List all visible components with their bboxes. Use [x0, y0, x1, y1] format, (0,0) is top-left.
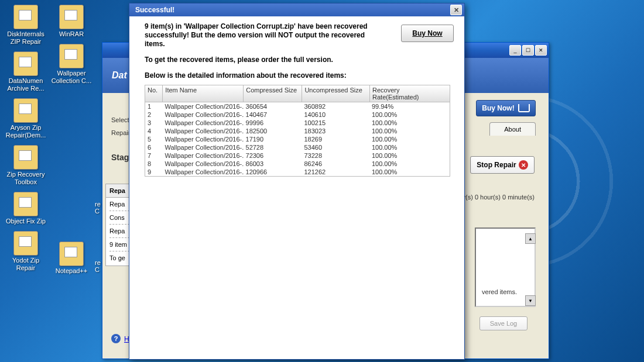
bg-text: reC — [95, 201, 101, 215]
buy-now-button[interactable]: Buy Now — [401, 25, 454, 42]
icon-label: Wallpaper Collection C... — [50, 70, 93, 85]
table-row[interactable]: 6Wallpaper Collection/2016-...5272853460… — [145, 143, 450, 151]
desktop-icon[interactable]: WinRAR — [50, 5, 93, 38]
desktop-icon[interactable]: Wallpaper Collection C... — [50, 44, 93, 85]
icon-label: DataNumen Archive Re... — [5, 77, 47, 92]
log-text: vered items. — [482, 288, 517, 295]
desktop: DiskInternals ZIP RepairDataNumen Archiv… — [0, 0, 644, 362]
close-button[interactable]: ✕ — [535, 45, 547, 56]
col-uncompressed[interactable]: Uncompressed Size — [302, 85, 370, 102]
desktop-icon[interactable]: Zip Recovery Toolbox — [5, 145, 47, 186]
col-name[interactable]: Item Name — [163, 85, 244, 102]
maximize-button[interactable]: ☐ — [522, 45, 534, 56]
success-message: 9 item(s) in 'Wallpaper Collection Corru… — [145, 22, 379, 49]
order-message: To get the recovered items, please order… — [145, 56, 379, 64]
icon-label: Zip Recovery Toolbox — [5, 171, 47, 186]
table-row[interactable]: 9Wallpaper Collection/2016-...1209661212… — [145, 168, 450, 176]
app-icon — [13, 145, 38, 170]
save-log-button[interactable]: Save Log — [479, 316, 527, 330]
success-dialog: Successful! ✕ 9 item(s) in 'Wallpaper Co… — [129, 3, 465, 360]
app-icon — [13, 192, 38, 216]
info-message: Below is the detailed information about … — [145, 71, 379, 80]
table-row[interactable]: 3Wallpaper Collection/2016-...9999610021… — [145, 119, 450, 127]
desktop-icon[interactable]: Notepad++ — [50, 242, 93, 275]
cart-icon — [518, 104, 530, 112]
col-compressed[interactable]: Compressed Size — [244, 85, 302, 102]
app-icon — [13, 5, 38, 29]
desktop-icon[interactable]: DataNumen Archive Re... — [5, 51, 47, 92]
col-rate[interactable]: Recovery Rate(Estimated) — [370, 85, 450, 102]
table-row[interactable]: 1Wallpaper Collection/2016-...3606543608… — [145, 102, 450, 111]
stop-repair-button[interactable]: Stop Repair✕ — [470, 156, 535, 174]
icon-label: DiskInternals ZIP Repair — [5, 30, 47, 46]
dialog-titlebar[interactable]: Successful! ✕ — [129, 4, 464, 16]
tab-about[interactable]: About — [489, 122, 536, 136]
icon-label: Notepad++ — [56, 267, 87, 275]
time-remaining: day(s) 0 hour(s) 0 minute(s) — [455, 194, 535, 201]
table-row[interactable]: 7Wallpaper Collection/2016-...7230673228… — [145, 151, 450, 160]
buy-now-button[interactable]: Buy Now! — [476, 100, 536, 116]
app-icon — [13, 231, 38, 256]
desktop-icon[interactable]: Object Fix Zip — [5, 192, 47, 225]
close-icon[interactable]: ✕ — [450, 5, 462, 15]
icon-label: Aryson Zip Repair(Dem... — [5, 124, 47, 139]
col-no[interactable]: No. — [145, 85, 163, 102]
app-icon — [59, 242, 84, 266]
table-row[interactable]: 4Wallpaper Collection/2016-...1825001830… — [145, 127, 450, 135]
stop-icon: ✕ — [519, 160, 528, 170]
app-icon — [13, 51, 38, 76]
icon-label: Yodot Zip Repair — [5, 257, 47, 272]
app-icon — [59, 44, 84, 68]
desktop-icon[interactable]: Aryson Zip Repair(Dem... — [5, 98, 47, 139]
dialog-title: Successful! — [135, 6, 174, 14]
help-icon[interactable]: ? — [111, 334, 121, 343]
scroll-down-button[interactable]: ▼ — [525, 295, 536, 306]
icon-label: WinRAR — [59, 30, 84, 38]
table-row[interactable]: 5Wallpaper Collection/2016-...1719018269… — [145, 135, 450, 143]
table-header[interactable]: No. Item Name Compressed Size Uncompress… — [145, 85, 450, 102]
recovered-items-table: No. Item Name Compressed Size Uncompress… — [145, 85, 450, 177]
bg-text: reC — [95, 259, 101, 273]
scroll-up-button[interactable]: ▲ — [525, 233, 536, 244]
icon-label: Object Fix Zip — [6, 218, 46, 225]
desktop-icon[interactable]: Yodot Zip Repair — [5, 231, 47, 272]
app-icon — [13, 98, 38, 123]
table-row[interactable]: 2Wallpaper Collection/2016-...1404671406… — [145, 111, 450, 119]
desktop-icon[interactable]: DiskInternals ZIP Repair — [5, 5, 47, 46]
minimize-button[interactable]: _ — [509, 45, 521, 56]
app-icon — [59, 5, 84, 29]
table-row[interactable]: 8Wallpaper Collection/2016-...8600386246… — [145, 160, 450, 168]
